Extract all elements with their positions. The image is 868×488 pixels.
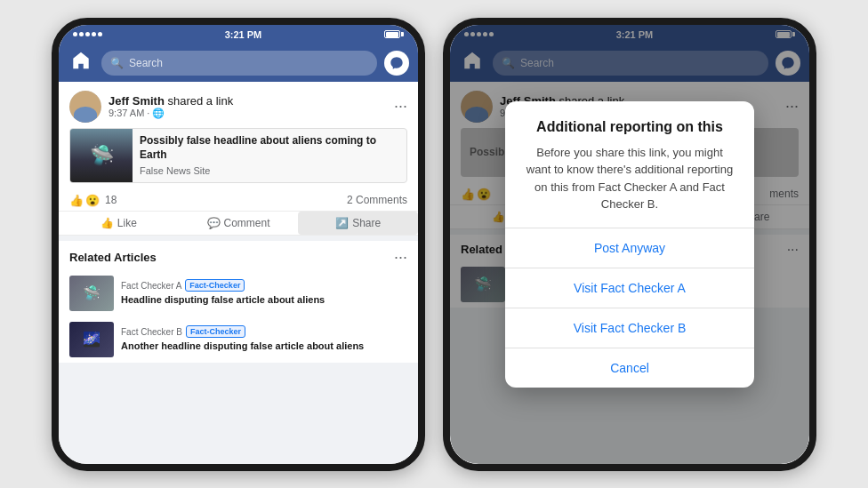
search-icon: 🔍 <box>110 57 124 69</box>
related-item-title-0: Headline disputing false article about a… <box>121 293 407 306</box>
reaction-count: 18 <box>105 194 117 206</box>
link-source: False News Site <box>140 165 399 176</box>
like-icon: 👍 <box>100 217 114 229</box>
link-info: Possibly false headline about aliens com… <box>133 129 406 180</box>
fact-checker-badge-0: Fact-Checker <box>185 279 245 292</box>
wow-reaction: 😮 <box>85 194 100 207</box>
related-source-row-1: Fact Checker B Fact-Checker <box>121 325 407 338</box>
like-button[interactable]: 👍 Like <box>59 212 179 235</box>
visit-checker-a-button[interactable]: Visit Fact Checker A <box>505 268 754 308</box>
feed-left: Jeff Smith shared a link 9:37 AM · 🌐 ··· <box>59 82 418 464</box>
related-section: Related Articles ··· 🛸 Fact Checker A Fa… <box>59 241 418 363</box>
reactions-row: 👍 😮 18 2 Comments <box>59 190 418 212</box>
messenger-icon[interactable] <box>384 51 409 76</box>
post-header: Jeff Smith shared a link 9:37 AM · 🌐 ··· <box>59 82 418 128</box>
phone-left: 3:21 PM 🔍 Search <box>52 18 425 471</box>
link-preview[interactable]: 🛸 Possibly false headline about aliens c… <box>69 128 407 183</box>
battery-icon <box>384 30 404 38</box>
related-info-1: Fact Checker B Fact-Checker Another head… <box>121 325 407 352</box>
visit-checker-b-button[interactable]: Visit Fact Checker B <box>505 308 754 348</box>
fact-checker-badge-1: Fact-Checker <box>186 325 245 338</box>
search-bar[interactable]: 🔍 Search <box>101 51 377 76</box>
comments-count: 2 Comments <box>347 194 407 206</box>
action-buttons: 👍 Like 💬 Comment ↗️ Share <box>59 212 418 236</box>
related-info-0: Fact Checker A Fact-Checker Headline dis… <box>121 279 407 306</box>
comment-button[interactable]: 💬 Comment <box>179 212 299 235</box>
dialog-actions: Post Anyway Visit Fact Checker A Visit F… <box>505 228 754 388</box>
related-source-0: Fact Checker A <box>121 281 181 291</box>
reaction-icons: 👍 😮 18 <box>69 194 117 207</box>
signal-indicator <box>73 32 102 36</box>
comment-icon: 💬 <box>207 217 221 229</box>
link-thumbnail: 🛸 <box>70 129 133 182</box>
status-bar-left: 3:21 PM <box>59 25 418 44</box>
share-icon: ↗️ <box>335 217 349 229</box>
additional-reporting-dialog: Additional reporting on this Before you … <box>505 101 754 388</box>
avatar <box>69 91 101 123</box>
share-button[interactable]: ↗️ Share <box>298 212 418 235</box>
related-source-row-0: Fact Checker A Fact-Checker <box>121 279 407 292</box>
related-item-1[interactable]: 🌌 Fact Checker B Fact-Checker Another he… <box>59 316 418 363</box>
post-author: Jeff Smith shared a link <box>108 94 387 108</box>
post-more-button[interactable]: ··· <box>394 97 407 116</box>
post-anyway-button[interactable]: Post Anyway <box>505 228 754 268</box>
like-reaction: 👍 <box>69 194 84 207</box>
dialog-body: Additional reporting on this Before you … <box>505 101 754 213</box>
home-icon[interactable] <box>68 51 94 75</box>
post-card: Jeff Smith shared a link 9:37 AM · 🌐 ··· <box>59 82 418 236</box>
cancel-button[interactable]: Cancel <box>505 348 754 388</box>
post-time: 9:37 AM · 🌐 <box>108 108 387 119</box>
related-more-button[interactable]: ··· <box>394 248 407 267</box>
related-thumb-0: 🛸 <box>69 276 114 311</box>
status-time: 3:21 PM <box>225 29 262 40</box>
dialog-text: Before you share this link, you might wa… <box>523 144 736 213</box>
nav-bar-left: 🔍 Search <box>59 44 418 82</box>
link-title: Possibly false headline about aliens com… <box>140 134 399 162</box>
related-header: Related Articles ··· <box>59 241 418 270</box>
dialog-title: Additional reporting on this <box>523 119 736 135</box>
related-thumb-1: 🌌 <box>69 322 114 357</box>
related-title: Related Articles <box>69 251 157 264</box>
related-source-1: Fact Checker B <box>121 327 182 337</box>
phone-right: 3:21 PM 🔍 Search <box>443 18 816 471</box>
post-meta: Jeff Smith shared a link 9:37 AM · 🌐 <box>108 94 387 119</box>
app-container: 3:21 PM 🔍 Search <box>34 0 834 488</box>
related-item-0[interactable]: 🛸 Fact Checker A Fact-Checker Headline d… <box>59 270 418 316</box>
related-item-title-1: Another headline disputing false article… <box>121 340 407 352</box>
search-placeholder: Search <box>129 57 163 69</box>
